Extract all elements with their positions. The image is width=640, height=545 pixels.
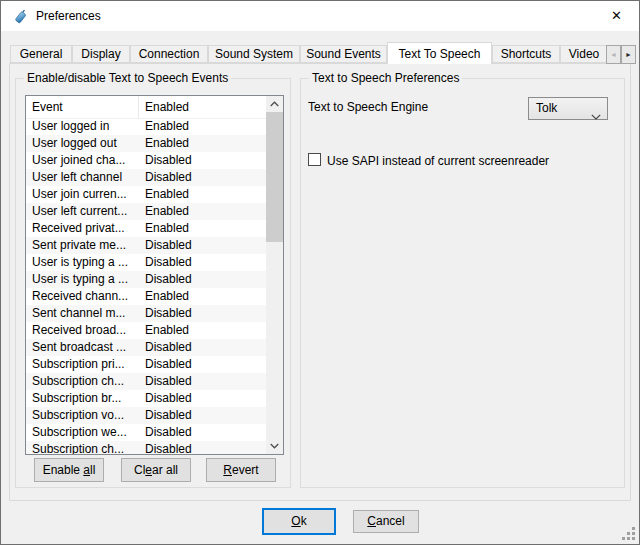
- table-row[interactable]: Subscription pri...Disabled: [26, 356, 266, 373]
- table-row[interactable]: Subscription ch...Disabled: [26, 373, 266, 390]
- event-cell: Sent channel m...: [26, 305, 139, 322]
- table-row[interactable]: Received broad...Enabled: [26, 322, 266, 339]
- table-row[interactable]: Subscription ch...Disabled: [26, 441, 266, 454]
- table-row[interactable]: User joined cha...Disabled: [26, 152, 266, 169]
- enabled-cell: Disabled: [139, 237, 266, 254]
- chevron-down-icon: [270, 443, 279, 449]
- enabled-cell: Enabled: [139, 288, 266, 305]
- enabled-cell: Disabled: [139, 373, 266, 390]
- table-row[interactable]: User left channelDisabled: [26, 169, 266, 186]
- enabled-cell: Enabled: [139, 203, 266, 220]
- tab-general[interactable]: General: [10, 45, 72, 63]
- table-row[interactable]: Sent channel m...Disabled: [26, 305, 266, 322]
- chevron-up-icon: [270, 101, 279, 107]
- table-row[interactable]: User logged outEnabled: [26, 135, 266, 152]
- table-row[interactable]: Received chann...Enabled: [26, 288, 266, 305]
- sapi-checkbox-label: Use SAPI instead of current screenreader: [327, 154, 549, 168]
- tab-sound-events[interactable]: Sound Events: [300, 45, 387, 63]
- enabled-cell: Enabled: [139, 322, 266, 339]
- preferences-dialog: Preferences ✕ GeneralDisplayConnectionSo…: [0, 0, 640, 545]
- tab-display[interactable]: Display: [72, 45, 130, 63]
- event-cell: User join curren...: [26, 186, 139, 203]
- enable-all-button[interactable]: Enable all: [34, 458, 104, 482]
- enabled-cell: Enabled: [139, 186, 266, 203]
- table-row[interactable]: Sent private me...Disabled: [26, 237, 266, 254]
- close-button[interactable]: ✕: [594, 1, 639, 31]
- table-row[interactable]: User join curren...Enabled: [26, 186, 266, 203]
- cancel-button[interactable]: Cancel: [353, 510, 419, 533]
- event-cell: Subscription ch...: [26, 441, 139, 454]
- resize-grip[interactable]: [622, 527, 636, 541]
- enabled-cell: Enabled: [139, 220, 266, 237]
- resize-grip-dots: [622, 527, 625, 530]
- enabled-cell: Disabled: [139, 339, 266, 356]
- event-cell: Subscription we...: [26, 424, 139, 441]
- list-header: Event Enabled: [26, 96, 266, 119]
- event-cell: User left current...: [26, 203, 139, 220]
- revert-button[interactable]: Revert: [206, 458, 276, 482]
- table-row[interactable]: Subscription br...Disabled: [26, 390, 266, 407]
- app-icon: [12, 8, 29, 25]
- enabled-cell: Disabled: [139, 305, 266, 322]
- enabled-cell: Disabled: [139, 390, 266, 407]
- table-row[interactable]: User is typing a ...Disabled: [26, 271, 266, 288]
- enabled-cell: Disabled: [139, 152, 266, 169]
- window-title: Preferences: [36, 1, 101, 32]
- enabled-cell: Enabled: [139, 118, 266, 135]
- close-icon: ✕: [611, 8, 622, 23]
- scroll-up-button[interactable]: [266, 96, 283, 112]
- ok-button[interactable]: Ok: [262, 508, 336, 535]
- clear-all-button[interactable]: Clear all: [121, 458, 191, 482]
- table-row[interactable]: Received privat...Enabled: [26, 220, 266, 237]
- scrollbar-thumb[interactable]: [266, 112, 283, 242]
- enabled-cell: Disabled: [139, 254, 266, 271]
- engine-dropdown-value: Tolk: [536, 101, 557, 115]
- title-bar: Preferences ✕: [1, 1, 639, 31]
- event-cell: Received privat...: [26, 220, 139, 237]
- table-row[interactable]: User left current...Enabled: [26, 203, 266, 220]
- event-cell: Sent private me...: [26, 237, 139, 254]
- event-cell: Subscription vo...: [26, 407, 139, 424]
- tab-text-to-speech[interactable]: Text To Speech: [387, 42, 492, 64]
- list-rows: User logged inEnabledUser logged outEnab…: [26, 118, 266, 454]
- enabled-cell: Disabled: [139, 441, 266, 454]
- event-cell: Sent broadcast ...: [26, 339, 139, 356]
- event-cell: User is typing a ...: [26, 271, 139, 288]
- enabled-cell: Enabled: [139, 135, 266, 152]
- event-cell: Received chann...: [26, 288, 139, 305]
- table-row[interactable]: Subscription we...Disabled: [26, 424, 266, 441]
- engine-dropdown[interactable]: Tolk: [528, 97, 608, 120]
- tts-events-group-title: Enable/disable Text to Speech Events: [24, 72, 231, 85]
- tts-preferences-groupbox: Text to Speech Preferences: [300, 78, 625, 488]
- table-row[interactable]: User is typing a ...Disabled: [26, 254, 266, 271]
- tab-video[interactable]: Video: [560, 45, 608, 63]
- event-cell: Subscription ch...: [26, 373, 139, 390]
- arrow-left-icon: ◄: [610, 51, 617, 58]
- arrow-right-icon: ►: [625, 51, 632, 58]
- enabled-cell: Disabled: [139, 407, 266, 424]
- event-cell: User is typing a ...: [26, 254, 139, 271]
- scroll-down-button[interactable]: [266, 438, 283, 454]
- table-row[interactable]: Subscription vo...Disabled: [26, 407, 266, 424]
- column-header-enabled: Enabled: [139, 96, 266, 118]
- enabled-cell: Disabled: [139, 169, 266, 186]
- table-row[interactable]: User logged inEnabled: [26, 118, 266, 135]
- tab-shortcuts[interactable]: Shortcuts: [492, 45, 560, 63]
- engine-label: Text to Speech Engine: [308, 100, 428, 114]
- tab-sound-system[interactable]: Sound System: [208, 45, 300, 63]
- event-cell: User left channel: [26, 169, 139, 186]
- event-cell: User logged out: [26, 135, 139, 152]
- event-cell: Received broad...: [26, 322, 139, 339]
- table-row[interactable]: Sent broadcast ...Disabled: [26, 339, 266, 356]
- tab-scroll-left-button[interactable]: ◄: [606, 45, 621, 64]
- vertical-scrollbar[interactable]: [266, 96, 283, 454]
- event-cell: Subscription br...: [26, 390, 139, 407]
- chevron-down-icon: [591, 106, 601, 127]
- sapi-checkbox[interactable]: [308, 153, 321, 166]
- enabled-cell: Disabled: [139, 356, 266, 373]
- enabled-cell: Disabled: [139, 424, 266, 441]
- tab-connection[interactable]: Connection: [130, 45, 208, 63]
- tab-scroll-right-button[interactable]: ►: [621, 45, 636, 64]
- event-cell: User logged in: [26, 118, 139, 135]
- enabled-cell: Disabled: [139, 271, 266, 288]
